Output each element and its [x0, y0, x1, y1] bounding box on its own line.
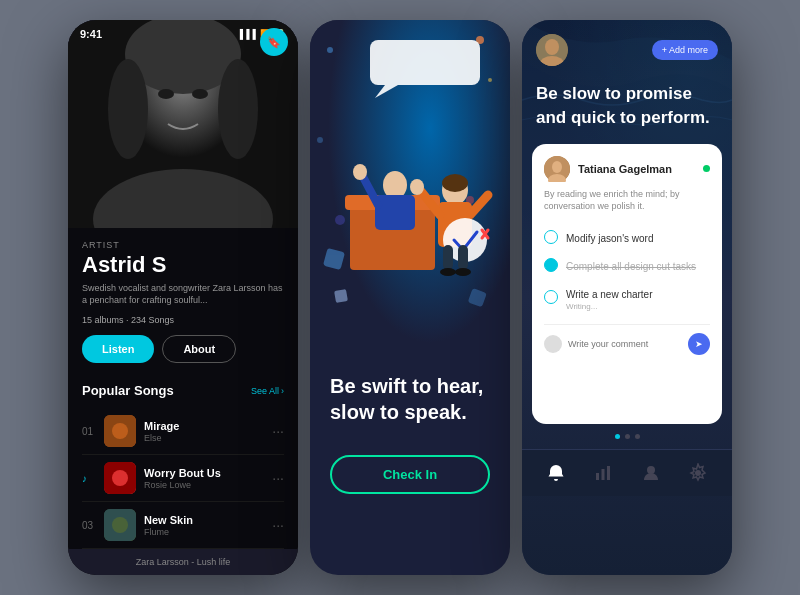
task-checkbox[interactable]: [544, 230, 558, 244]
svg-rect-25: [375, 195, 415, 230]
now-playing-text: Zara Larsson - Lush life: [136, 557, 231, 567]
svg-rect-51: [602, 469, 605, 480]
svg-point-54: [695, 470, 701, 476]
task-item[interactable]: Complete all design cut tasks: [544, 251, 710, 279]
svg-point-17: [317, 137, 323, 143]
status-bar: 9:41 ▐▐▐ 📶 🔋: [80, 28, 286, 40]
svg-point-9: [112, 423, 128, 439]
artist-bio: Swedish vocalist and songwriter Zara Lar…: [82, 282, 284, 307]
illustration-text-area: Be swift to hear, slow to speak. Check I…: [310, 353, 510, 504]
song-item[interactable]: ♪ Worry Bout Us Rosie Lowe ···: [82, 455, 284, 502]
svg-point-43: [455, 268, 471, 276]
nav-notifications-icon[interactable]: [545, 462, 567, 484]
song-info: Mirage Else: [144, 420, 264, 443]
song-name: Mirage: [144, 420, 264, 432]
song-number: 01: [82, 426, 96, 437]
svg-rect-37: [323, 248, 345, 270]
song-menu-icon[interactable]: ···: [272, 470, 284, 486]
song-menu-icon[interactable]: ···: [272, 423, 284, 439]
task-item[interactable]: Write a new charter Writing...: [544, 279, 710, 316]
svg-point-6: [158, 89, 174, 99]
nav-chart-icon[interactable]: [592, 462, 614, 484]
task-item[interactable]: Modify jason's word: [544, 223, 710, 251]
popular-title: Popular Songs: [82, 383, 174, 398]
song-name: New Skin: [144, 514, 264, 526]
comment-input[interactable]: [568, 339, 682, 349]
song-thumbnail: [104, 462, 136, 494]
now-playing-bar[interactable]: Zara Larsson - Lush life: [68, 549, 298, 575]
svg-point-7: [192, 89, 208, 99]
commenter-avatar: [544, 335, 562, 353]
svg-rect-20: [370, 40, 480, 85]
send-icon: ➤: [695, 339, 703, 349]
task-details: Modify jason's word: [566, 228, 654, 246]
song-name: Worry Bout Us: [144, 467, 264, 479]
song-thumbnail: [104, 509, 136, 541]
task-details: Write a new charter Writing...: [566, 284, 653, 311]
task-checkbox[interactable]: [544, 290, 558, 304]
see-all-link[interactable]: See All ›: [251, 386, 284, 396]
song-info: New Skin Flume: [144, 514, 264, 537]
bookmark-button[interactable]: 🔖: [260, 28, 288, 56]
artist-label: ARTIST: [82, 240, 284, 250]
about-button[interactable]: About: [162, 335, 236, 363]
popular-songs-section: Popular Songs See All › 01 Mirage Else ·…: [68, 383, 298, 549]
task-card-name: Tatiana Gagelman: [578, 163, 672, 175]
online-indicator: [703, 165, 710, 172]
task-card-bio: By reading we enrich the mind; by conver…: [544, 188, 710, 213]
status-time: 9:41: [80, 28, 102, 40]
bookmark-icon: 🔖: [267, 36, 281, 49]
chevron-right-icon: ›: [281, 386, 284, 396]
svg-point-14: [327, 47, 333, 53]
svg-point-5: [218, 59, 258, 159]
music-app-screen: 9:41 ▐▐▐ 📶 🔋 🔖 ARTIST Astrid S Swedish v…: [68, 20, 298, 575]
task-checkbox[interactable]: [544, 258, 558, 272]
svg-point-18: [335, 215, 345, 225]
task-header: + Add more: [522, 20, 732, 74]
artist-hero: 9:41 ▐▐▐ 📶 🔋 🔖: [68, 20, 298, 228]
user-avatar[interactable]: [536, 34, 568, 66]
artist-info: ARTIST Astrid S Swedish vocalist and son…: [68, 228, 298, 383]
svg-rect-52: [607, 466, 610, 480]
svg-marker-21: [375, 85, 398, 98]
send-button[interactable]: ➤: [688, 333, 710, 355]
pagination-dots: [522, 424, 732, 449]
nav-profile-icon[interactable]: [640, 462, 662, 484]
artist-name: Astrid S: [82, 252, 284, 278]
add-more-button[interactable]: + Add more: [652, 40, 718, 60]
song-artist: Else: [144, 433, 264, 443]
illustration-content: Be swift to hear, slow to speak. Check I…: [310, 20, 510, 575]
dot-2: [625, 434, 630, 439]
artist-actions: Listen About: [82, 335, 284, 363]
popular-header: Popular Songs See All ›: [82, 383, 284, 398]
task-app-screen: + Add more Be slow to promise and quick …: [522, 20, 732, 575]
song-artist: Rosie Lowe: [144, 480, 264, 490]
svg-rect-41: [458, 245, 468, 270]
task-quote-section: Be slow to promise and quick to perform.: [522, 74, 732, 144]
dot-1: [615, 434, 620, 439]
song-artist: Flume: [144, 527, 264, 537]
task-tag: Writing...: [566, 302, 653, 311]
svg-point-27: [353, 164, 367, 180]
svg-point-16: [488, 78, 492, 82]
task-content: + Add more Be slow to promise and quick …: [522, 20, 732, 575]
svg-rect-50: [596, 473, 599, 480]
listen-button[interactable]: Listen: [82, 335, 154, 363]
illustration-app-screen: Be swift to hear, slow to speak. Check I…: [310, 20, 510, 575]
song-item[interactable]: 01 Mirage Else ···: [82, 408, 284, 455]
song-thumbnail: [104, 415, 136, 447]
task-text: Modify jason's word: [566, 233, 654, 244]
nav-settings-icon[interactable]: [687, 462, 709, 484]
song-menu-icon[interactable]: ···: [272, 517, 284, 533]
task-card-avatar: [544, 156, 570, 182]
checkin-button[interactable]: Check In: [330, 455, 490, 494]
song-item[interactable]: 03 New Skin Flume ···: [82, 502, 284, 549]
quote-text: Be slow to promise and quick to perform.: [536, 82, 718, 130]
svg-point-11: [112, 470, 128, 486]
task-text: Write a new charter: [566, 289, 653, 300]
svg-point-48: [552, 161, 562, 173]
svg-point-42: [440, 268, 456, 276]
illustration-graphic: [310, 20, 510, 353]
comment-input-row[interactable]: ➤: [544, 324, 710, 355]
svg-point-29: [442, 174, 468, 192]
